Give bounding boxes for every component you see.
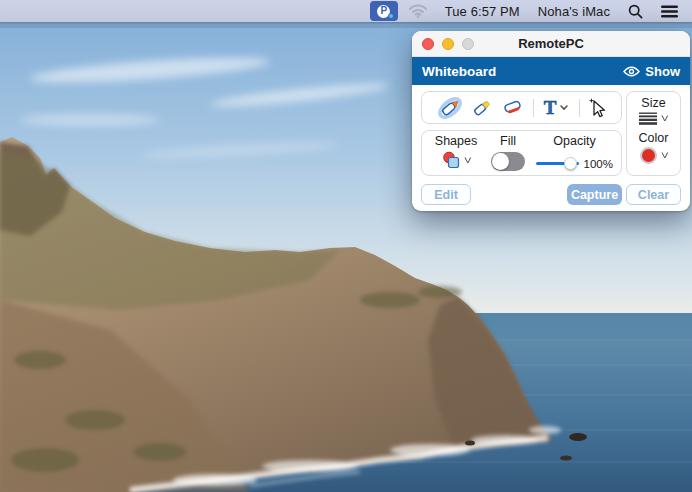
pen-tool-button[interactable] bbox=[437, 95, 463, 121]
drawing-tools-box: T bbox=[421, 91, 622, 124]
text-tool-icon: T bbox=[542, 98, 570, 118]
edit-button[interactable]: Edit bbox=[421, 184, 471, 205]
pointer-icon bbox=[588, 97, 606, 118]
menu-bar-clock[interactable]: Tue 6:57 PM bbox=[436, 0, 529, 22]
show-label: Show bbox=[645, 64, 680, 79]
tools-divider bbox=[579, 99, 580, 117]
chevron-down-icon: ˅ bbox=[463, 155, 471, 166]
remotepc-dot-icon bbox=[388, 13, 394, 19]
opacity-value: 100% bbox=[584, 158, 613, 170]
toggle-knob bbox=[492, 153, 509, 170]
whiteboard-toolbar: T Size ˅ bbox=[412, 85, 690, 210]
text-tool-button[interactable]: T bbox=[542, 95, 570, 121]
shapes-label: Shapes bbox=[435, 134, 477, 148]
marker-icon bbox=[471, 97, 493, 119]
list-icon[interactable] bbox=[652, 0, 680, 22]
pointer-tool-button[interactable] bbox=[588, 95, 606, 121]
window-titlebar[interactable]: RemotePC bbox=[412, 31, 690, 57]
shapes-icon bbox=[442, 151, 460, 169]
chevron-down-icon: ˅ bbox=[661, 113, 669, 124]
whiteboard-header: Whiteboard Show bbox=[412, 57, 690, 85]
capture-button[interactable]: Capture bbox=[567, 184, 622, 205]
clear-button[interactable]: Clear bbox=[626, 184, 681, 205]
slider-knob[interactable] bbox=[564, 157, 577, 170]
whiteboard-title: Whiteboard bbox=[422, 64, 496, 79]
chevron-down-icon: ˅ bbox=[660, 150, 668, 161]
size-dropdown[interactable]: ˅ bbox=[639, 112, 668, 125]
color-label: Color bbox=[639, 131, 669, 145]
remotepc-window: RemotePC Whiteboard Show bbox=[412, 31, 690, 211]
eraser-tool-button[interactable] bbox=[502, 95, 524, 121]
remotepc-status-icon[interactable]: P bbox=[370, 1, 398, 21]
shapes-dropdown[interactable]: ˅ bbox=[442, 151, 471, 169]
opacity-slider[interactable] bbox=[536, 157, 579, 170]
window-title: RemotePC bbox=[412, 36, 690, 51]
pen-icon bbox=[437, 96, 463, 120]
menu-bar-device-name[interactable]: Noha's iMac bbox=[529, 0, 619, 22]
color-swatch-red bbox=[640, 147, 657, 164]
wifi-icon[interactable] bbox=[400, 0, 436, 22]
shapes-fill-opacity-box: Shapes ˅ Fill Opacity bbox=[421, 130, 622, 176]
menu-bar: P Tue 6:57 PM Noha's iMac bbox=[0, 0, 692, 22]
size-label: Size bbox=[641, 96, 665, 110]
line-thickness-icon bbox=[639, 112, 657, 125]
eye-icon bbox=[623, 66, 640, 77]
search-glyph-icon bbox=[628, 4, 643, 19]
fill-toggle[interactable] bbox=[491, 152, 525, 171]
svg-text:T: T bbox=[544, 98, 557, 118]
eraser-icon bbox=[502, 98, 524, 118]
tools-divider bbox=[533, 99, 534, 117]
opacity-label: Opacity bbox=[553, 134, 595, 148]
list-glyph-icon bbox=[661, 5, 678, 18]
search-icon[interactable] bbox=[619, 0, 652, 22]
marker-tool-button[interactable] bbox=[471, 95, 493, 121]
wifi-glyph-icon bbox=[409, 4, 427, 18]
fill-label: Fill bbox=[500, 134, 516, 148]
size-color-box: Size ˅ Color ˅ bbox=[626, 91, 681, 176]
show-toggle[interactable]: Show bbox=[623, 64, 680, 79]
color-dropdown[interactable]: ˅ bbox=[640, 147, 668, 164]
